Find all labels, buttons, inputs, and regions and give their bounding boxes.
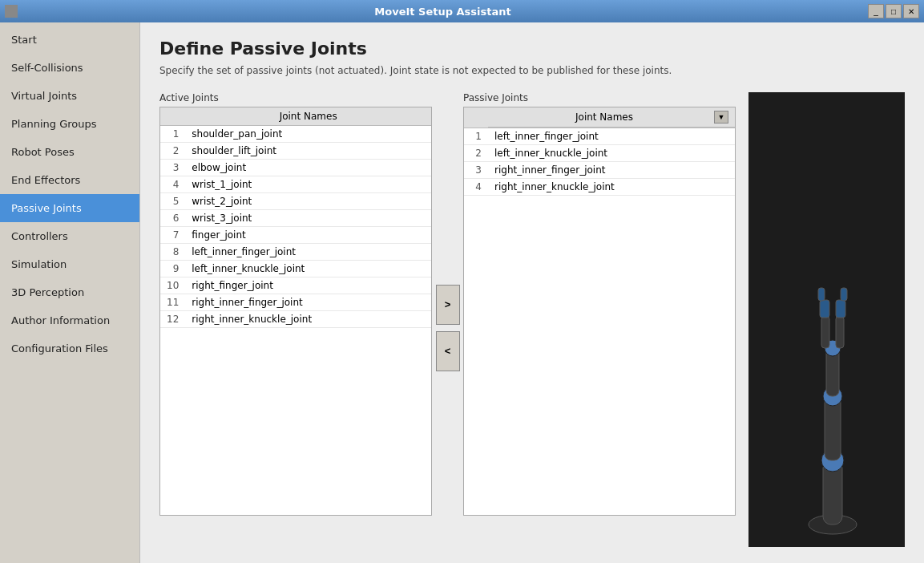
joint-num: 12: [160, 311, 185, 328]
joint-num: 1: [464, 128, 488, 145]
active-joints-col-name: Joint Names: [185, 107, 431, 126]
passive-joint-row[interactable]: 3right_inner_finger_joint: [464, 162, 735, 179]
joint-name: right_inner_finger_joint: [488, 162, 735, 179]
joint-name: shoulder_lift_joint: [185, 143, 431, 160]
app-body: Start Self-Collisions Virtual Joints Pla…: [0, 22, 924, 563]
joint-num: 3: [160, 160, 185, 176]
sidebar-item-robot-poses[interactable]: Robot Poses: [0, 138, 139, 166]
passive-joints-col-name: Joint Names ▼: [488, 107, 735, 128]
joint-name: shoulder_pan_joint: [185, 126, 431, 143]
active-joint-row[interactable]: 11right_inner_finger_joint: [160, 294, 431, 311]
joint-num: 9: [160, 261, 185, 277]
passive-joint-row[interactable]: 2left_inner_knuckle_joint: [464, 145, 735, 162]
active-joint-row[interactable]: 3elbow_joint: [160, 160, 431, 176]
joint-num: 7: [160, 227, 185, 244]
joint-num: 2: [160, 143, 185, 160]
joint-num: 1: [160, 126, 185, 143]
joint-name: right_inner_knuckle_joint: [185, 311, 431, 328]
window-controls: _ □ ✕: [868, 4, 919, 18]
sidebar: Start Self-Collisions Virtual Joints Pla…: [0, 22, 140, 563]
sidebar-item-configuration-files[interactable]: Configuration Files: [0, 334, 139, 363]
sidebar-item-simulation[interactable]: Simulation: [0, 250, 139, 278]
3d-view-panel: visual collision: [748, 92, 905, 547]
active-joints-label: Active Joints: [159, 92, 432, 103]
svg-rect-12: [841, 288, 847, 301]
joint-name: elbow_joint: [185, 160, 431, 176]
sidebar-item-author-information[interactable]: Author Information: [0, 306, 139, 334]
active-joint-row[interactable]: 5wrist_2_joint: [160, 193, 431, 210]
passive-joints-section: Passive Joints Joint Names ▼: [463, 92, 736, 516]
active-joints-table-wrapper[interactable]: Joint Names 1shoulder_pan_joint2shoulder…: [159, 107, 432, 516]
minimize-button[interactable]: _: [868, 4, 884, 18]
joint-name: left_inner_finger_joint: [488, 128, 735, 145]
joint-name: left_inner_finger_joint: [185, 244, 431, 261]
active-joint-row[interactable]: 12right_inner_knuckle_joint: [160, 311, 431, 328]
page-description: Specify the set of passive joints (not a…: [159, 65, 905, 76]
sidebar-item-controllers[interactable]: Controllers: [0, 222, 139, 250]
active-joints-table: Joint Names 1shoulder_pan_joint2shoulder…: [160, 107, 431, 328]
close-button[interactable]: ✕: [903, 4, 919, 18]
passive-joints-col-num: [464, 107, 488, 128]
active-joint-row[interactable]: 9left_inner_knuckle_joint: [160, 261, 431, 277]
joint-num: 4: [160, 176, 185, 193]
joint-name: wrist_1_joint: [185, 176, 431, 193]
passive-joints-label: Passive Joints: [463, 92, 736, 103]
joint-num: 10: [160, 277, 185, 294]
joint-num: 11: [160, 294, 185, 311]
joint-num: 3: [464, 162, 488, 179]
transfer-buttons: > <: [432, 285, 463, 371]
svg-rect-9: [820, 300, 829, 318]
maximize-button[interactable]: □: [886, 4, 902, 18]
joint-name: right_inner_finger_joint: [185, 294, 431, 311]
app-icon: [5, 5, 18, 18]
passive-col-header-text: Joint Names: [494, 111, 714, 123]
sidebar-item-end-effectors[interactable]: End Effectors: [0, 166, 139, 194]
joint-name: finger_joint: [185, 227, 431, 244]
titlebar: MoveIt Setup Assistant _ □ ✕: [0, 0, 924, 22]
main-content: Define Passive Joints Specify the set of…: [140, 22, 924, 563]
sidebar-item-start[interactable]: Start: [0, 26, 139, 54]
sidebar-item-passive-joints[interactable]: Passive Joints: [0, 194, 139, 222]
joint-name: right_inner_knuckle_joint: [488, 179, 735, 196]
svg-rect-10: [836, 300, 845, 318]
3d-canvas: [748, 92, 905, 547]
joint-num: 8: [160, 244, 185, 261]
joint-name: left_inner_knuckle_joint: [185, 261, 431, 277]
transfer-back-button[interactable]: <: [436, 331, 460, 371]
passive-joint-row[interactable]: 4right_inner_knuckle_joint: [464, 179, 735, 196]
active-joint-row[interactable]: 8left_inner_finger_joint: [160, 244, 431, 261]
active-joint-row[interactable]: 2shoulder_lift_joint: [160, 143, 431, 160]
sidebar-item-self-collisions[interactable]: Self-Collisions: [0, 54, 139, 82]
joint-name: left_inner_knuckle_joint: [488, 145, 735, 162]
page-title: Define Passive Joints: [159, 38, 905, 59]
joint-name: wrist_2_joint: [185, 193, 431, 210]
joint-num: 4: [464, 179, 488, 196]
passive-joints-table-wrapper[interactable]: Joint Names ▼ 1left_inner_finger_joint2l…: [463, 107, 736, 516]
active-joint-row[interactable]: 4wrist_1_joint: [160, 176, 431, 193]
active-joint-row[interactable]: 7finger_joint: [160, 227, 431, 244]
svg-rect-8: [836, 316, 844, 348]
joint-name: right_finger_joint: [185, 277, 431, 294]
joint-num: 6: [160, 210, 185, 227]
active-joint-row[interactable]: 1shoulder_pan_joint: [160, 126, 431, 143]
window-title: MoveIt Setup Assistant: [18, 6, 868, 18]
joint-num: 5: [160, 193, 185, 210]
passive-joints-table: Joint Names ▼ 1left_inner_finger_joint2l…: [464, 107, 735, 196]
sidebar-item-3d-perception[interactable]: 3D Perception: [0, 278, 139, 306]
tables-area: Active Joints Joint Names 1shoulder_pan_…: [159, 92, 905, 547]
joint-num: 2: [464, 145, 488, 162]
active-joints-section: Active Joints Joint Names 1shoulder_pan_…: [159, 92, 432, 516]
svg-rect-11: [818, 288, 825, 301]
joint-name: wrist_3_joint: [185, 210, 431, 227]
sidebar-item-virtual-joints[interactable]: Virtual Joints: [0, 82, 139, 110]
robot-visualization: [769, 268, 897, 547]
passive-joint-row[interactable]: 1left_inner_finger_joint: [464, 128, 735, 145]
active-joint-row[interactable]: 10right_finger_joint: [160, 277, 431, 294]
sort-button[interactable]: ▼: [714, 111, 728, 124]
active-joints-col-num: [160, 107, 185, 126]
sidebar-item-planning-groups[interactable]: Planning Groups: [0, 110, 139, 138]
svg-rect-7: [821, 316, 829, 348]
active-joint-row[interactable]: 6wrist_3_joint: [160, 210, 431, 227]
transfer-forward-button[interactable]: >: [436, 285, 460, 325]
